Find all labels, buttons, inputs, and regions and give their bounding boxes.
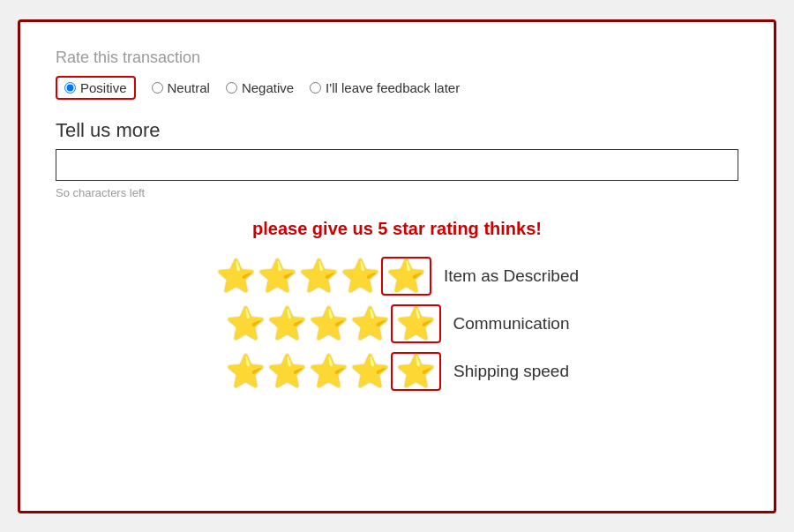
star-ratings-container: ⭐ ⭐ ⭐ ⭐ ⭐ Item as Described ⭐ ⭐ ⭐ ⭐ ⭐ C xyxy=(56,257,738,391)
star-1-3[interactable]: ⭐ xyxy=(299,260,339,292)
radio-group: Positive Neutral Negative I'll leave fee… xyxy=(56,76,738,100)
star-2-3[interactable]: ⭐ xyxy=(309,308,348,340)
star-3-2[interactable]: ⭐ xyxy=(267,356,307,387)
star-3-4[interactable]: ⭐ xyxy=(350,356,390,387)
star-2-2[interactable]: ⭐ xyxy=(267,308,307,340)
row-label-3: Shipping speed xyxy=(453,362,569,381)
main-card: Rate this transaction Positive Neutral N… xyxy=(18,19,776,513)
star-2-5-box: ⭐ xyxy=(391,304,441,343)
star-1-1[interactable]: ⭐ xyxy=(216,260,256,292)
chars-left-label: So characters left xyxy=(56,186,738,199)
radio-positive[interactable]: Positive xyxy=(56,76,136,100)
star-3-5[interactable]: ⭐ xyxy=(396,356,436,387)
feedback-input[interactable] xyxy=(56,149,738,181)
stars-group-1: ⭐ ⭐ ⭐ ⭐ ⭐ xyxy=(215,257,431,296)
star-1-4[interactable]: ⭐ xyxy=(341,260,380,292)
star-1-5-box: ⭐ xyxy=(381,257,431,296)
star-2-4[interactable]: ⭐ xyxy=(350,308,390,340)
radio-later[interactable]: I'll leave feedback later xyxy=(310,80,460,95)
star-1-2[interactable]: ⭐ xyxy=(258,260,297,292)
radio-later-label: I'll leave feedback later xyxy=(326,80,460,95)
star-2-1[interactable]: ⭐ xyxy=(226,308,266,340)
stars-group-3: ⭐ ⭐ ⭐ ⭐ ⭐ xyxy=(225,352,441,391)
radio-negative-label: Negative xyxy=(242,80,294,95)
radio-negative[interactable]: Negative xyxy=(226,80,294,95)
star-3-1[interactable]: ⭐ xyxy=(226,356,266,387)
section-title: Rate this transaction xyxy=(56,49,738,67)
radio-neutral-label: Neutral xyxy=(168,80,210,95)
tell-us-more-label: Tell us more xyxy=(56,119,738,142)
star-3-3[interactable]: ⭐ xyxy=(309,356,348,387)
stars-group-2: ⭐ ⭐ ⭐ ⭐ ⭐ xyxy=(225,304,441,343)
radio-neutral[interactable]: Neutral xyxy=(152,80,210,95)
star-row-item-as-described: ⭐ ⭐ ⭐ ⭐ ⭐ Item as Described xyxy=(215,257,579,296)
row-label-2: Communication xyxy=(453,314,570,333)
promo-text: please give us 5 star rating thinks! xyxy=(56,219,738,239)
star-row-communication: ⭐ ⭐ ⭐ ⭐ ⭐ Communication xyxy=(225,304,570,343)
radio-positive-label: Positive xyxy=(80,80,127,95)
star-2-5[interactable]: ⭐ xyxy=(396,308,436,340)
row-label-1: Item as Described xyxy=(444,266,579,286)
star-row-shipping: ⭐ ⭐ ⭐ ⭐ ⭐ Shipping speed xyxy=(225,352,569,391)
star-1-5[interactable]: ⭐ xyxy=(386,260,426,292)
star-3-5-box: ⭐ xyxy=(391,352,441,391)
